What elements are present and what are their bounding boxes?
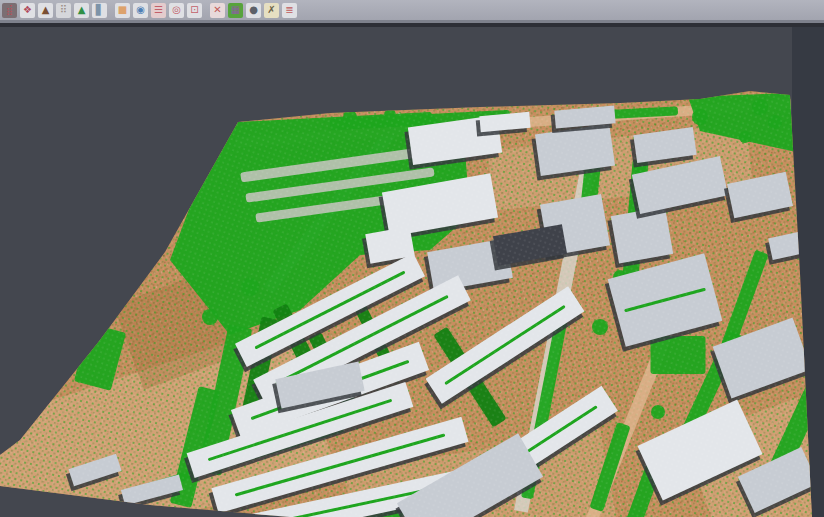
gear-icon[interactable]: ◎ bbox=[169, 3, 184, 18]
delete-selection-icon-glyph: ✕ bbox=[213, 5, 221, 15]
unclassified-points-icon[interactable]: ⠿ bbox=[56, 3, 71, 18]
register-points-icon-glyph: ❖ bbox=[23, 5, 32, 15]
classification-palette-icon-glyph: ▦ bbox=[231, 5, 240, 15]
application-window: ⣾❖▲⠿▲▋■◉☰◎⊡✕▦●✗≣ bbox=[0, 0, 824, 517]
measure-table-icon[interactable]: ✗ bbox=[264, 3, 279, 18]
flag-lines-icon[interactable]: ≣ bbox=[282, 3, 297, 18]
colored-points-icon[interactable]: ⣾ bbox=[2, 3, 17, 18]
region-select-icon-glyph: ■ bbox=[118, 5, 127, 15]
ground-classify-icon-glyph: ▲ bbox=[42, 5, 50, 15]
profile-view-icon-glyph: ▋ bbox=[96, 5, 104, 15]
toolbar-icon-row: ⣾❖▲⠿▲▋■◉☰◎⊡✕▦●✗≣ bbox=[2, 0, 300, 20]
ground-classify-icon[interactable]: ▲ bbox=[38, 3, 53, 18]
point-sphere-icon[interactable]: ● bbox=[246, 3, 261, 18]
profile-view-icon[interactable]: ▋ bbox=[92, 3, 107, 18]
globe-icon[interactable]: ◉ bbox=[133, 3, 148, 18]
crop-box-icon-glyph: ⊡ bbox=[190, 5, 198, 15]
colored-points-icon-glyph: ⣾ bbox=[6, 5, 13, 15]
crop-box-icon[interactable]: ⊡ bbox=[187, 3, 202, 18]
layer-stack-icon[interactable]: ☰ bbox=[151, 3, 166, 18]
delete-selection-icon[interactable]: ✕ bbox=[210, 3, 225, 18]
gear-icon-glyph: ◎ bbox=[172, 5, 181, 15]
layer-stack-icon-glyph: ☰ bbox=[154, 5, 163, 15]
region-select-icon[interactable]: ■ bbox=[115, 3, 130, 18]
vegetation-classify-icon-glyph: ▲ bbox=[78, 5, 86, 15]
classification-palette-icon[interactable]: ▦ bbox=[228, 3, 243, 18]
register-points-icon[interactable]: ❖ bbox=[20, 3, 35, 18]
toolbar: ⣾❖▲⠿▲▋■◉☰◎⊡✕▦●✗≣ bbox=[0, 0, 824, 20]
point-sphere-icon-glyph: ● bbox=[249, 5, 258, 15]
flag-lines-icon-glyph: ≣ bbox=[285, 5, 293, 15]
viewport-3d[interactable] bbox=[0, 27, 824, 517]
measure-table-icon-glyph: ✗ bbox=[267, 5, 275, 15]
vegetation-classify-icon[interactable]: ▲ bbox=[74, 3, 89, 18]
scene-canvas[interactable] bbox=[0, 27, 824, 517]
globe-icon-glyph: ◉ bbox=[136, 5, 145, 15]
unclassified-points-icon-glyph: ⠿ bbox=[60, 5, 67, 15]
